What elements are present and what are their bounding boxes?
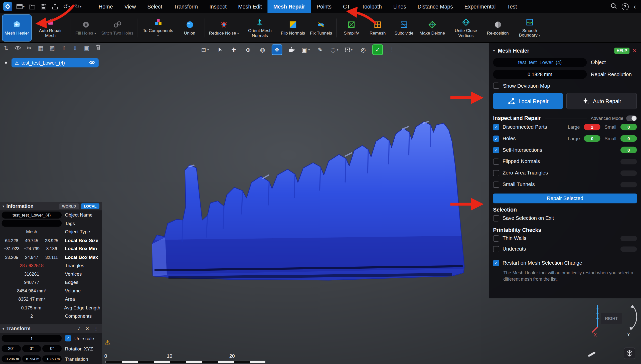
rotation-y-field[interactable]: 0° xyxy=(22,345,41,352)
menu-item-distance-maps[interactable]: Distance Maps xyxy=(412,0,459,13)
mesh-healer-tool-button[interactable]: ❖ xyxy=(272,44,282,55)
add-view-button[interactable]: ⊕ xyxy=(243,44,254,55)
move-up-icon[interactable]: ⇧ xyxy=(60,45,68,51)
separate-icon[interactable]: ✂ xyxy=(26,45,33,51)
auto-repair-button[interactable]: Auto Repair xyxy=(566,93,637,109)
uniscale-field[interactable]: 1 xyxy=(2,335,62,342)
ribbon-tool-fix-tunnels[interactable]: Fix Tunnels xyxy=(308,14,334,41)
zero-area-triangles-checkbox[interactable] xyxy=(493,170,499,176)
help-button[interactable]: ? xyxy=(621,3,628,10)
ribbon-tool-stitch-two-holes[interactable]: Stitch Two Holes xyxy=(99,14,135,41)
local-space-button[interactable]: LOCAL xyxy=(81,203,99,209)
move-tool-button[interactable]: ✚ xyxy=(228,44,239,55)
collapse-icon[interactable]: ‹ xyxy=(633,3,636,11)
save-selection-row[interactable]: Save Selection on Exit xyxy=(493,213,637,224)
tags-field[interactable]: – xyxy=(2,220,62,227)
ribbon-tool-mesh-healer[interactable]: Mesh Healer xyxy=(2,14,31,41)
search-button[interactable] xyxy=(610,3,617,11)
layout-button[interactable]: ▾ xyxy=(16,2,25,12)
undercuts-checkbox[interactable] xyxy=(493,246,499,252)
holes-checkbox[interactable]: ✓ xyxy=(493,135,499,142)
ribbon-tool-flip-normals[interactable]: Flip Normals xyxy=(279,14,307,41)
menu-item-mesh-repair[interactable]: Mesh Repair xyxy=(268,0,311,13)
ribbon-tool-to-components[interactable]: To Components ▾ xyxy=(140,14,176,41)
menu-item-points[interactable]: Points xyxy=(311,0,337,13)
menu-item-experimental[interactable]: Experimental xyxy=(459,0,501,13)
menu-item-mesh-edit[interactable]: Mesh Edit xyxy=(232,0,268,13)
translation-y-field[interactable]: −8.734 m xyxy=(22,355,41,362)
close-panel-icon[interactable]: ✕ xyxy=(632,48,637,54)
ribbon-tool-fill-holes[interactable]: Fill Holes ▾ xyxy=(73,14,98,41)
export-button[interactable] xyxy=(50,2,60,12)
disconnected-parts-checkbox[interactable]: ✓ xyxy=(493,124,499,130)
undo-button[interactable]: ↺▾ xyxy=(62,2,71,12)
self-intersections-checkbox[interactable]: ✓ xyxy=(493,147,499,153)
thin-walls-row[interactable]: Thin Walls xyxy=(493,233,637,244)
perspective-cube-button[interactable] xyxy=(624,347,635,359)
menu-item-select[interactable]: Select xyxy=(142,0,168,13)
menu-item-home[interactable]: Home xyxy=(93,0,119,13)
visibility-eye-icon[interactable] xyxy=(14,45,22,51)
viewport-more-button[interactable]: ⋮ xyxy=(387,44,397,55)
ribbon-tool-unite-close-vertices[interactable]: Unite Close Vertices xyxy=(448,14,484,41)
ribbon-tool-simplify[interactable]: Simplify xyxy=(339,14,364,41)
repair-resolution-field[interactable]: 0.1828 mm xyxy=(493,70,587,79)
translation-z-field[interactable]: −13.63 m xyxy=(43,355,62,362)
rotation-z-field[interactable]: 0° xyxy=(43,345,62,352)
menu-item-toolpath[interactable]: Toolpath xyxy=(356,0,388,13)
flipped-normals-checkbox[interactable] xyxy=(493,158,499,165)
target-button[interactable]: ◎ xyxy=(358,44,369,55)
check-row-zero-area-triangles[interactable]: Zero-Area Triangles xyxy=(493,167,637,179)
dental-mesh-model[interactable] xyxy=(140,104,477,297)
check-row-disconnected-parts[interactable]: ✓ Disconnected Parts Large 2 Small 0 xyxy=(493,121,637,133)
menu-item-view[interactable]: View xyxy=(119,0,142,13)
lasso-select-button[interactable]: ◌▾ xyxy=(329,44,340,55)
open-file-button[interactable] xyxy=(27,2,37,12)
uniscale-checkbox[interactable]: ✓ xyxy=(65,335,71,341)
fit-view-button[interactable]: ⊡▾ xyxy=(200,44,211,55)
transform-panel-header[interactable]: ▾ Transform ✓ ✕ ⋮ xyxy=(0,324,102,333)
restart-checkbox[interactable]: ✓ xyxy=(493,260,499,266)
clear-grid-icon[interactable]: ▨ xyxy=(49,45,56,51)
undercuts-row[interactable]: Undercuts xyxy=(493,244,637,254)
delete-object-icon[interactable] xyxy=(94,44,102,51)
world-space-button[interactable]: WORLD xyxy=(59,203,79,209)
check-row-flipped-normals[interactable]: Flipped Normals xyxy=(493,156,637,167)
marquee-select-button[interactable]: ✕▾ xyxy=(344,44,354,55)
help-badge[interactable]: HELP xyxy=(614,48,629,54)
object-visibility-eye-icon[interactable] xyxy=(89,60,95,66)
translation-x-field[interactable]: −0.206 m xyxy=(2,355,21,362)
show-deviation-map-checkbox[interactable] xyxy=(493,83,499,89)
transform-more-icon[interactable]: ⋮ xyxy=(92,326,99,331)
local-repair-button[interactable]: Local Repair xyxy=(493,93,563,109)
object-list-item[interactable]: ⚠ test_test_Lower_(4) xyxy=(12,58,99,67)
save-button[interactable] xyxy=(39,2,48,12)
menu-item-lines[interactable]: Lines xyxy=(388,0,412,13)
ribbon-tool-re-position[interactable]: Re-position xyxy=(485,14,511,41)
sphere-view-button[interactable]: ◍ xyxy=(257,44,268,55)
check-row-holes[interactable]: ✓ Holes Large 0 Small 0 xyxy=(493,133,637,144)
ribbon-tool-remesh[interactable]: Remesh xyxy=(365,14,390,41)
sort-icon[interactable]: ⇅ xyxy=(3,45,10,51)
information-panel-header[interactable]: ▾ Information WORLD LOCAL xyxy=(0,202,102,210)
menu-item-ct[interactable]: CT xyxy=(337,0,356,13)
orientation-gizmo[interactable]: RIGHT X Y xyxy=(590,302,639,339)
menu-item-test[interactable]: Test xyxy=(501,0,523,13)
duplicate-object-icon[interactable]: ▣ xyxy=(83,45,90,51)
redo-button[interactable]: ↻▾ xyxy=(73,2,83,12)
repair-selected-button[interactable]: Repair Selected xyxy=(493,194,637,203)
apply-transform-icon[interactable]: ✓ xyxy=(76,326,82,331)
restart-row[interactable]: ✓ Restart on Mesh Selection Change xyxy=(493,258,637,268)
menu-item-inspect[interactable]: Inspect xyxy=(204,0,232,13)
ribbon-tool-subdivide[interactable]: Subdivide xyxy=(391,14,417,41)
object-name-field[interactable]: test_test_Lower_(4) xyxy=(2,211,62,218)
rotation-x-field[interactable]: 20° xyxy=(2,345,21,352)
cancel-transform-icon[interactable]: ✕ xyxy=(84,326,90,331)
confirm-button[interactable]: ✓ xyxy=(372,44,383,55)
check-row-self-intersections[interactable]: ✓ Self-Intersections 0 xyxy=(493,144,637,156)
pen-select-button[interactable]: ✎ xyxy=(315,44,326,55)
thin-walls-checkbox[interactable] xyxy=(493,235,499,241)
select-cursor-button[interactable]: ➤ xyxy=(214,44,225,55)
select-grid-icon[interactable]: ▦ xyxy=(37,45,45,51)
check-row-small-tunnels[interactable]: Small Tunnels xyxy=(493,179,637,190)
